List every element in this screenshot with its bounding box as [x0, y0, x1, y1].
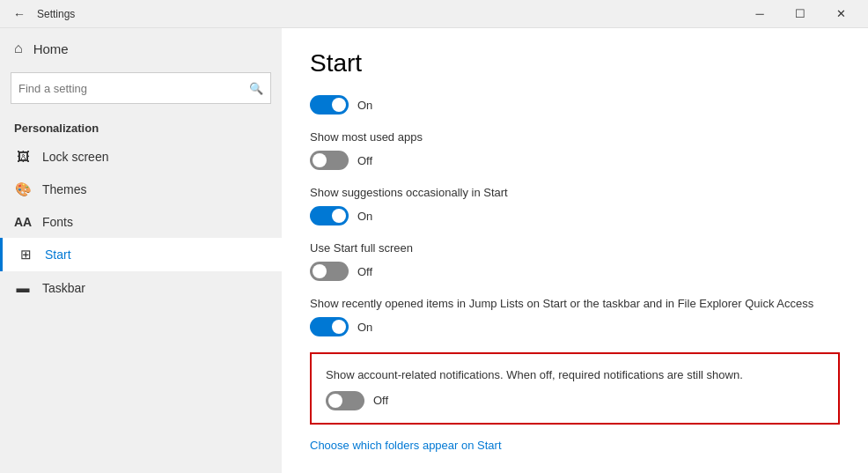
setting-label-show-most-used: Show most used apps	[310, 130, 840, 144]
sidebar-item-fonts[interactable]: AA Fonts	[0, 206, 282, 238]
back-button[interactable]: ←	[7, 2, 32, 26]
sidebar-item-label-taskbar: Taskbar	[42, 281, 85, 295]
home-icon: ⌂	[14, 41, 23, 56]
setting-show-most-used: Show most used apps Off	[310, 130, 840, 170]
toggle-knob	[328, 394, 342, 408]
maximize-button[interactable]: ☐	[780, 0, 820, 28]
toggle-text-account-notifications: Off	[373, 394, 388, 407]
toggle-show-more-tiles[interactable]	[310, 95, 349, 115]
home-label: Home	[33, 41, 69, 56]
search-input[interactable]	[18, 82, 249, 95]
setting-show-more-tiles: On	[310, 95, 840, 115]
sidebar-item-label-start: Start	[45, 248, 71, 262]
setting-recently-opened: Show recently opened items in Jump Lists…	[310, 297, 840, 336]
window-controls: ─ ☐ ✕	[739, 0, 861, 28]
sidebar-item-taskbar[interactable]: ▬ Taskbar	[0, 271, 282, 304]
setting-show-suggestions: Show suggestions occasionally in Start O…	[310, 186, 840, 225]
toggle-text-recently-opened: On	[357, 321, 372, 334]
toggle-knob	[313, 153, 327, 167]
toggle-text-full-screen: Off	[357, 265, 372, 278]
toggle-text-show-more-tiles: On	[357, 99, 372, 112]
search-icon: 🔍	[249, 82, 263, 95]
setting-full-screen: Use Start full screen Off	[310, 241, 840, 281]
sidebar-item-label-lock-screen: Lock screen	[42, 150, 108, 164]
choose-folders-link[interactable]: Choose which folders appear on Start	[310, 439, 502, 452]
sidebar-item-label-fonts: Fonts	[42, 215, 73, 229]
toggle-show-suggestions[interactable]	[310, 206, 349, 225]
close-button[interactable]: ✕	[820, 0, 861, 28]
toggle-knob	[332, 209, 346, 223]
start-icon: ⊞	[17, 247, 34, 262]
fonts-icon: AA	[14, 215, 32, 229]
toggle-account-notifications[interactable]	[326, 391, 364, 410]
toggle-show-most-used[interactable]	[310, 151, 349, 170]
lock-screen-icon: 🖼	[14, 149, 32, 164]
setting-label-recently-opened: Show recently opened items in Jump Lists…	[310, 297, 840, 310]
content-area: Start On Show most used apps Off Show su…	[282, 28, 868, 473]
highlighted-setting-box: Show account-related notifications. When…	[310, 352, 840, 425]
minimize-button[interactable]: ─	[739, 0, 780, 28]
main-layout: ⌂ Home 🔍 Personalization 🖼 Lock screen 🎨…	[0, 28, 868, 473]
titlebar: ← Settings ─ ☐ ✕	[0, 0, 868, 28]
toggle-text-show-most-used: Off	[357, 154, 372, 167]
sidebar-item-label-themes: Themes	[42, 182, 87, 196]
themes-icon: 🎨	[14, 181, 32, 197]
toggle-recently-opened[interactable]	[310, 317, 349, 336]
search-box[interactable]: 🔍	[11, 72, 271, 104]
toggle-full-screen[interactable]	[310, 262, 349, 281]
sidebar-item-start[interactable]: ⊞ Start	[0, 238, 282, 271]
toggle-knob	[313, 264, 327, 278]
section-label: Personalization	[0, 111, 282, 140]
window-title: Settings	[37, 8, 75, 20]
toggle-text-show-suggestions: On	[357, 210, 372, 223]
taskbar-icon: ▬	[14, 280, 32, 295]
sidebar: ⌂ Home 🔍 Personalization 🖼 Lock screen 🎨…	[0, 28, 282, 473]
sidebar-item-home[interactable]: ⌂ Home	[0, 32, 282, 65]
setting-label-full-screen: Use Start full screen	[310, 241, 840, 255]
sidebar-item-themes[interactable]: 🎨 Themes	[0, 173, 282, 206]
toggle-knob	[332, 320, 346, 334]
page-title: Start	[310, 49, 840, 78]
setting-label-show-suggestions: Show suggestions occasionally in Start	[310, 186, 840, 199]
setting-label-account-notifications: Show account-related notifications. When…	[326, 366, 824, 384]
toggle-knob	[332, 98, 346, 112]
sidebar-item-lock-screen[interactable]: 🖼 Lock screen	[0, 140, 282, 173]
